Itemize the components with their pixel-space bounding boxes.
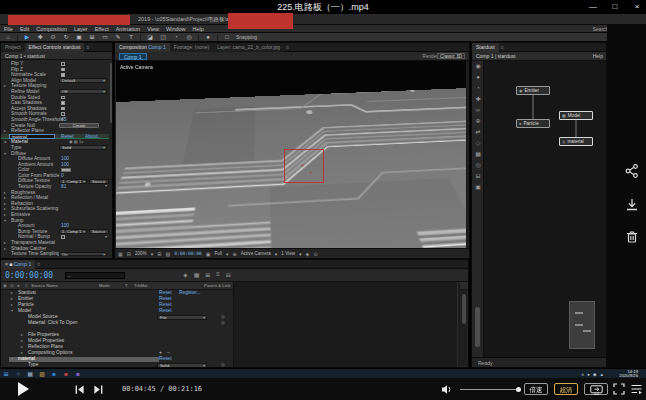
minimize-icon[interactable]: — [586, 0, 600, 14]
tab-composition[interactable]: Composition Comp 1 [115, 43, 170, 52]
gear-icon[interactable]: ◎ [221, 362, 225, 367]
tab-effect-controls[interactable]: Effect Controls stardust [25, 43, 85, 52]
emitter-gizmo[interactable]: + + [284, 149, 324, 183]
timeline-timecode[interactable]: 0:00:00:00 [5, 271, 53, 280]
fullscreen-icon[interactable] [613, 383, 625, 395]
comp-viewport[interactable]: Active Camera + + [116, 61, 469, 250]
playlist-icon[interactable] [631, 384, 642, 394]
sd-minimap[interactable] [569, 301, 595, 349]
create-null-button[interactable]: Create [59, 123, 99, 128]
panel-menu-icon[interactable]: ≡ [501, 44, 504, 50]
name-edit-input[interactable]: material [9, 134, 55, 139]
node-model[interactable]: ▦Model [559, 111, 593, 120]
timeline-search-input[interactable]: ⌕ [65, 272, 125, 279]
grid-guides-icon[interactable]: ⊞ [157, 251, 161, 257]
dropdown[interactable]: Default▾ [59, 78, 107, 83]
menu-layer[interactable]: Layer [74, 25, 88, 33]
col-parent-link[interactable]: Parent & Link [204, 282, 230, 290]
tab-layer[interactable]: Layer: camo_22_b_color.jpg [213, 43, 284, 52]
menu-view[interactable]: View [147, 25, 159, 33]
frame-blend-icon[interactable]: ⊟ [226, 271, 231, 278]
comp-breadcrumb[interactable]: Comp 1 [119, 53, 147, 60]
share-icon[interactable] [624, 163, 640, 179]
start-icon[interactable]: ⊞ [0, 369, 12, 379]
source-dropdown[interactable]: Source▾ [89, 179, 109, 184]
field-tool-icon[interactable]: ⊕ [472, 116, 484, 127]
sd-scrollbar[interactable] [475, 307, 480, 347]
download-icon[interactable] [624, 197, 640, 213]
dropdown[interactable]: Solid▾ [157, 363, 207, 368]
color-swatch[interactable] [61, 168, 71, 172]
next-icon[interactable] [93, 384, 104, 395]
swap-tool-icon[interactable]: ⇄ [472, 127, 484, 138]
speed-button[interactable]: 倍速 [524, 383, 548, 395]
task-view-icon[interactable]: ▦ [24, 369, 36, 379]
ec-scrollbar[interactable] [110, 63, 113, 123]
tray-volume-icon[interactable]: ◆ [593, 372, 596, 377]
tab-stardust[interactable]: Stardust [472, 43, 499, 52]
graph-editor-icon[interactable]: ≡ [216, 271, 220, 278]
dropdown[interactable]: On▾ [59, 252, 107, 257]
tab-project[interactable]: Project [1, 43, 25, 52]
tray-network-icon[interactable]: ● [587, 372, 590, 377]
search-icon[interactable]: ○ [12, 369, 24, 379]
maximize-icon[interactable]: □ [608, 0, 622, 14]
ec-row-texture-time-sampling[interactable]: Texture Time SamplingOn▾ [1, 251, 109, 257]
tray-input-icon[interactable]: ▲ [600, 372, 604, 377]
tab-timeline-comp[interactable]: × ■ Comp 1 [1, 260, 35, 269]
comp-timecode[interactable]: 0:00:00:00 [174, 251, 202, 256]
app-purple-icon[interactable]: ■ [72, 369, 84, 379]
ring-tool-icon[interactable]: ◎ [472, 160, 484, 171]
app-red-icon[interactable]: ■ [60, 369, 72, 379]
cast-button[interactable] [584, 383, 608, 395]
volume-icon[interactable] [441, 384, 453, 395]
volume-slider-handle[interactable] [516, 387, 521, 392]
dropdown[interactable]: File▾ [157, 315, 207, 320]
play-icon[interactable] [16, 381, 30, 397]
layer-dropdown[interactable]: 1. Comp 1▾ [59, 229, 87, 234]
menu-composition[interactable]: Composition [36, 25, 67, 33]
tray-up-arrow-icon[interactable]: ∧ [581, 372, 584, 377]
panel-menu-icon[interactable]: ≡ [86, 44, 89, 50]
checkbox[interactable] [61, 62, 65, 66]
close-icon[interactable]: × [630, 0, 644, 14]
checkbox[interactable] [61, 112, 65, 116]
emitter-tool-icon[interactable]: ◉ [472, 61, 484, 72]
sphere-tool-icon[interactable]: ◔ [472, 83, 484, 94]
menu-help[interactable]: Help [193, 25, 204, 33]
particle-tool-icon[interactable]: ● [472, 72, 484, 83]
sd-help-link[interactable]: Help [593, 52, 603, 61]
quality-button[interactable]: 超清 [554, 383, 578, 395]
col-source-name[interactable]: Source Name [31, 282, 58, 290]
dropdown[interactable]: Solid▾ [59, 145, 107, 150]
checkbox[interactable] [61, 68, 65, 72]
always-preview-icon[interactable]: ▦ [118, 251, 123, 257]
menu-effect[interactable]: Effect [95, 25, 109, 33]
checkbox[interactable] [61, 101, 65, 105]
flowchart-icon[interactable]: ▦ [194, 271, 200, 278]
node-emitter[interactable]: ◉Emitter [516, 86, 550, 95]
renderer-value[interactable]: Classic 3D [437, 53, 465, 59]
source-dropdown[interactable]: Source▾ [89, 229, 109, 234]
previous-icon[interactable] [74, 384, 85, 395]
tab-footage[interactable]: Footage: (none) [170, 43, 214, 52]
draft-3d-icon[interactable]: ⊞ [205, 271, 210, 278]
add-node-icon[interactable]: ✚ [472, 94, 484, 105]
file-explorer-icon[interactable]: ▨ [36, 369, 48, 379]
col-trkmat[interactable]: TrkMat [134, 282, 148, 290]
checkbox[interactable] [61, 96, 65, 100]
menu-edit[interactable]: Edit [20, 25, 29, 33]
menu-window[interactable]: Window [166, 25, 186, 33]
diamond-tool-icon[interactable]: ◇ [472, 138, 484, 149]
panel-menu-icon[interactable]: ≡ [37, 261, 40, 267]
checkbox[interactable] [61, 235, 65, 239]
minus-tool-icon[interactable]: ⊟ [472, 171, 484, 182]
fast-previews-icon[interactable]: ⊙ [313, 251, 317, 257]
timeline-track-area[interactable] [233, 282, 460, 367]
box-tool-icon[interactable]: ▣ [472, 182, 484, 193]
path-tool-icon[interactable]: ∞ [472, 105, 484, 116]
layer-dropdown[interactable]: 1. Comp 1▾ [59, 179, 87, 184]
menu-file[interactable]: File [4, 25, 13, 33]
sd-node-graph[interactable]: ◉Emitter●Particle▦Model◎material [484, 61, 606, 357]
pixel-aspect-icon[interactable]: ◈ [306, 251, 310, 257]
